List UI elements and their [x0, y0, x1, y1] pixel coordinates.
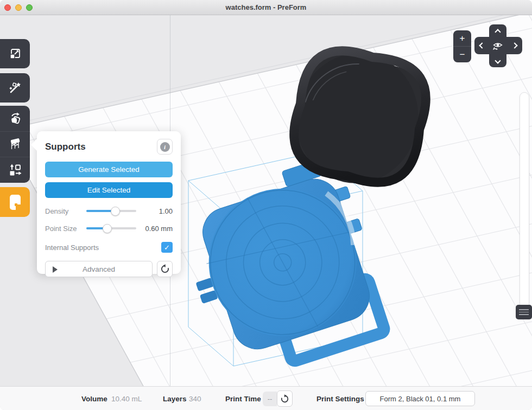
density-slider-thumb[interactable]	[111, 207, 120, 216]
volume-label: Volume	[81, 395, 107, 403]
tool-orient-button[interactable]	[0, 106, 30, 131]
layers-label: Layers	[163, 395, 187, 403]
generate-selected-button[interactable]: Generate Selected	[45, 162, 173, 177]
supports-panel: Supports i Generate Selected Edit Select…	[37, 131, 181, 274]
tool-print-button[interactable]	[0, 187, 30, 217]
panel-title: Supports	[45, 142, 86, 152]
scale-icon	[9, 47, 22, 60]
point-size-label: Point Size	[45, 225, 86, 233]
layer-slider-handle[interactable]	[516, 305, 532, 319]
density-label: Density	[45, 207, 86, 215]
point-size-slider-row: Point Size 0.60 mm	[45, 220, 173, 236]
undo-circular-arrow-icon	[160, 264, 170, 274]
cartridge-icon	[8, 194, 22, 211]
volume-value: 10.40 mL	[111, 395, 142, 403]
arrange-icon	[8, 163, 22, 177]
tool-one-click-print-button[interactable]	[0, 73, 30, 102]
drag-handle-icon	[519, 309, 529, 310]
tool-group	[0, 106, 30, 183]
magic-wand-icon	[8, 81, 22, 95]
panel-notch-arrow	[31, 139, 37, 151]
density-value: 1.00	[141, 207, 173, 215]
reset-supports-button[interactable]	[157, 261, 173, 277]
refresh-print-time-button[interactable]	[277, 390, 293, 407]
reset-view-button[interactable]	[492, 40, 503, 53]
checkmark-icon: ✓	[164, 244, 170, 252]
layer-slider-track[interactable]	[520, 92, 529, 313]
zoom-in-button[interactable]: +	[453, 30, 471, 46]
advanced-button[interactable]: Advanced	[45, 261, 153, 277]
density-slider[interactable]	[86, 210, 136, 212]
point-size-slider[interactable]	[86, 227, 136, 229]
refresh-circular-arrow-icon	[280, 394, 289, 403]
edit-selected-button[interactable]: Edit Selected	[45, 182, 173, 198]
zoom-out-button[interactable]: −	[453, 46, 471, 62]
zoom-control: + −	[453, 30, 471, 62]
status-bar: Volume 10.40 mL Layers 340 Print Time --…	[0, 386, 532, 410]
orbit-view-eye-icon	[492, 40, 503, 51]
supports-icon	[8, 137, 22, 151]
internal-supports-label: Internal Supports	[45, 244, 99, 252]
internal-supports-checkbox[interactable]: ✓	[161, 242, 173, 253]
advanced-label: Advanced	[83, 265, 115, 273]
print-settings-button[interactable]: Form 2, Black 01, 0.1 mm	[365, 391, 475, 406]
print-time-label: Print Time	[225, 395, 261, 403]
layers-value: 340	[189, 395, 201, 403]
density-slider-row: Density 1.00	[45, 203, 173, 219]
point-size-value: 0.60 mm	[141, 225, 173, 233]
app-window: watches.form - PreForm	[0, 0, 532, 410]
title-bar: watches.form - PreForm	[0, 0, 532, 15]
rotate-icon	[8, 111, 22, 125]
tool-supports-button[interactable]	[0, 131, 30, 157]
window-title: watches.form - PreForm	[0, 3, 532, 11]
internal-supports-row: Internal Supports ✓	[45, 239, 173, 256]
expand-triangle-icon	[53, 266, 58, 273]
tool-layout-button[interactable]	[0, 157, 30, 183]
point-size-slider-thumb[interactable]	[103, 224, 112, 233]
info-button[interactable]: i	[157, 139, 173, 155]
print-settings-label: Print Settings	[316, 395, 364, 403]
info-icon: i	[160, 142, 170, 152]
print-time-value: --	[263, 392, 277, 406]
tool-scale-button[interactable]	[0, 39, 30, 68]
